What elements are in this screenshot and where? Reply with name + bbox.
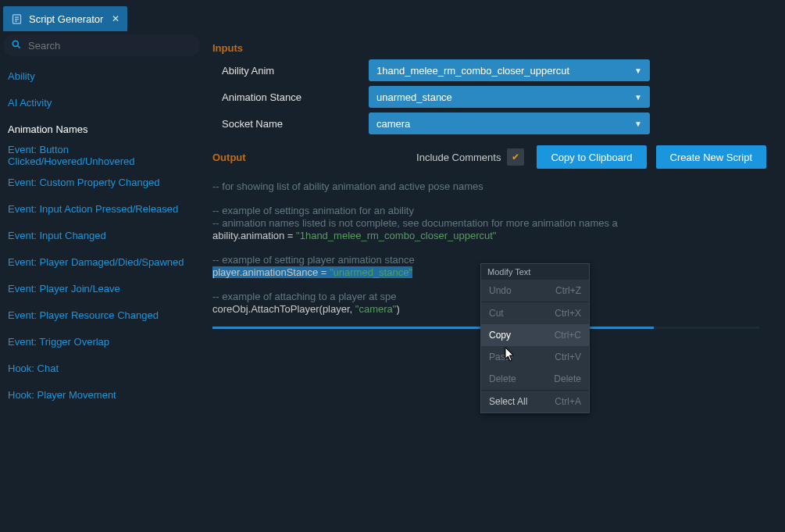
menu-item-label: Paste	[489, 352, 513, 362]
input-select[interactable]: 1hand_melee_rm_combo_closer_uppercut▼	[369, 59, 650, 81]
input-row: Ability Anim1hand_melee_rm_combo_closer_…	[212, 57, 766, 84]
input-label: Socket Name	[212, 118, 369, 130]
select-value: 1hand_melee_rm_combo_closer_uppercut	[376, 65, 569, 77]
input-label: Ability Anim	[212, 65, 369, 77]
chevron-down-icon: ▼	[634, 120, 642, 128]
chevron-down-icon: ▼	[634, 66, 642, 75]
copy-to-clipboard-button[interactable]: Copy to Clipboard	[537, 145, 646, 169]
include-comments-checkbox[interactable]: ✔	[507, 148, 524, 166]
menu-item-label: Copy	[489, 330, 511, 341]
svg-point-1	[12, 41, 18, 46]
context-menu-header: Modify Text	[481, 264, 589, 280]
check-icon: ✔	[512, 152, 519, 162]
input-row: Socket Namecamera▼	[212, 110, 766, 137]
sidebar-item[interactable]: Event: Player Damaged/Died/Spawned	[0, 248, 203, 275]
script-icon	[11, 13, 23, 25]
menu-item-shortcut: Ctrl+C	[555, 330, 581, 341]
output-header: Output	[212, 152, 369, 163]
sidebar-item[interactable]: AI Activity	[0, 89, 203, 116]
chevron-down-icon: ▼	[634, 93, 642, 102]
create-new-script-button[interactable]: Create New Script	[656, 145, 766, 169]
menu-item-shortcut: Ctrl+A	[555, 396, 581, 407]
context-menu-item: DeleteDelete	[481, 368, 589, 390]
sidebar-item[interactable]: Event: Custom Property Changed	[0, 169, 203, 195]
menu-item-label: Cut	[489, 308, 504, 319]
input-select[interactable]: camera▼	[369, 112, 650, 134]
context-menu: Modify Text UndoCtrl+ZCutCtrl+XCopyCtrl+…	[480, 263, 590, 413]
context-menu-item: CutCtrl+X	[481, 302, 589, 324]
sidebar-item[interactable]: Event: Player Resource Changed	[0, 302, 203, 328]
context-menu-item[interactable]: Select AllCtrl+A	[481, 391, 589, 412]
sidebar-item[interactable]: Event: Button Clicked/Hovered/Unhovered	[0, 142, 203, 169]
close-icon[interactable]: ✕	[112, 13, 120, 24]
context-menu-item: UndoCtrl+Z	[481, 280, 589, 302]
search-box[interactable]	[3, 34, 200, 56]
menu-item-label: Delete	[489, 373, 516, 384]
input-row: Animation Stanceunarmed_stance▼	[212, 84, 766, 110]
context-menu-item[interactable]: CopyCtrl+C	[481, 324, 589, 346]
sidebar-item[interactable]: Hook: Player Movement	[0, 381, 203, 408]
sidebar-item[interactable]: Event: Input Changed	[0, 222, 203, 248]
menu-item-label: Select All	[489, 396, 527, 407]
menu-item-shortcut: Ctrl+V	[555, 352, 581, 362]
sidebar-item[interactable]: Hook: Chat	[0, 355, 203, 381]
sidebar: AbilityAI ActivityAnimation NamesEvent: …	[0, 31, 203, 531]
menu-item-label: Undo	[489, 285, 512, 296]
tab-title-label: Script Generator	[29, 13, 103, 25]
inputs-header: Inputs	[212, 37, 766, 57]
menu-item-shortcut: Ctrl+Z	[555, 285, 581, 296]
input-label: Animation Stance	[212, 91, 369, 103]
input-select[interactable]: unarmed_stance▼	[369, 86, 650, 108]
context-menu-item: PasteCtrl+V	[481, 346, 589, 368]
search-input[interactable]	[27, 39, 192, 52]
sidebar-item[interactable]: Event: Player Join/Leave	[0, 275, 203, 302]
sidebar-item[interactable]: Event: Trigger Overlap	[0, 328, 203, 355]
sidebar-item[interactable]: Animation Names	[0, 116, 203, 142]
sidebar-item[interactable]: Event: Input Action Pressed/Released	[0, 195, 203, 222]
select-value: camera	[376, 118, 410, 130]
tab-script-generator[interactable]: Script Generator ✕	[3, 6, 127, 31]
include-comments-label: Include Comments	[416, 152, 501, 163]
select-value: unarmed_stance	[376, 91, 452, 103]
menu-item-shortcut: Ctrl+X	[555, 308, 581, 319]
sidebar-item[interactable]: Ability	[0, 62, 203, 89]
search-icon	[11, 39, 22, 52]
menu-item-shortcut: Delete	[554, 373, 581, 384]
